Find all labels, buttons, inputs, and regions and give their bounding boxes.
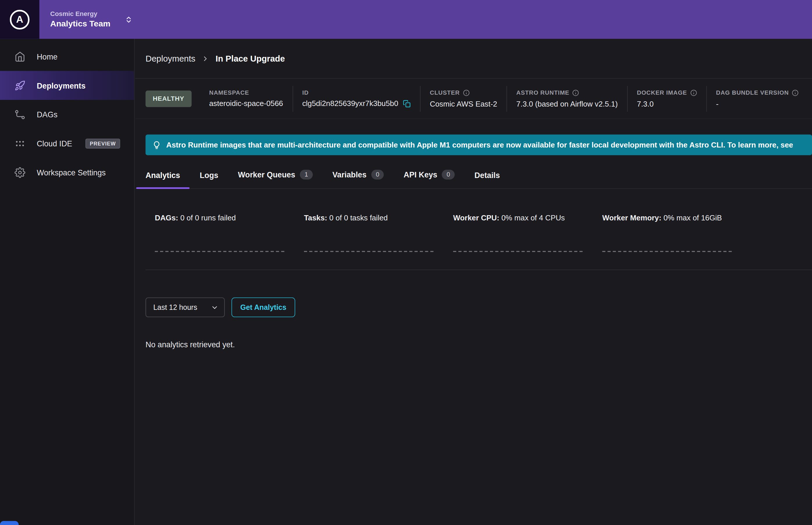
deployment-meta-bar: HEALTHY NAMESPACE asteroidic-space-0566 … xyxy=(135,79,812,119)
sidebar-item-label: Home xyxy=(37,52,58,61)
sidebar-item-label: Cloud IDE xyxy=(37,139,72,148)
sidebar: Home Deployments DAGs xyxy=(0,39,134,525)
announcement-banner: Astro Runtime images that are multi-arch… xyxy=(146,134,812,155)
sidebar-item-home[interactable]: Home xyxy=(0,42,134,71)
deployment-id-value: clg5di2n825639yxr7k3bu5b0 xyxy=(302,99,398,108)
lightbulb-icon xyxy=(152,140,161,149)
sidebar-item-label: Workspace Settings xyxy=(37,168,106,177)
banner-text: Astro Runtime images that are multi-arch… xyxy=(166,141,793,149)
time-range-select[interactable]: Last 12 hours xyxy=(146,298,225,317)
dag-graph-icon xyxy=(15,109,25,120)
metric-worker-cpu: Worker CPU: 0% max of 4 CPUs xyxy=(453,214,602,252)
breadcrumb-deployments-link[interactable]: Deployments xyxy=(146,54,195,63)
meta-id: ID clg5di2n825639yxr7k3bu5b0 xyxy=(292,86,420,111)
info-icon[interactable] xyxy=(792,89,799,96)
astronomer-logo-icon: A xyxy=(10,10,30,29)
metrics-row: DAGs: 0 of 0 runs failed Tasks: 0 of 0 t… xyxy=(155,214,812,252)
chevron-up-down-icon xyxy=(125,15,133,24)
meta-astro-runtime: ASTRO RUNTIME 7.3.0 (based on Airflow v2… xyxy=(507,86,627,111)
time-range-value: Last 12 hours xyxy=(153,303,197,312)
workspace-switcher[interactable]: Cosmic Energy Analytics Team xyxy=(50,11,133,28)
tab-variables[interactable]: Variables 0 xyxy=(332,169,384,188)
analytics-controls: Last 12 hours Get Analytics xyxy=(146,298,812,317)
tab-logs[interactable]: Logs xyxy=(200,171,218,189)
tab-analytics[interactable]: Analytics xyxy=(146,171,180,189)
health-status-badge: HEALTHY xyxy=(146,90,191,107)
topbar: A Cosmic Energy Analytics Team xyxy=(0,0,812,39)
help-widget-button[interactable] xyxy=(0,521,19,525)
empty-sparkline-placeholder xyxy=(453,251,582,252)
chevron-down-icon xyxy=(211,303,219,311)
tab-bar: Analytics Logs Worker Queues 1 Variables… xyxy=(135,155,812,189)
breadcrumb: Deployments In Place Upgrade xyxy=(135,39,812,79)
home-icon xyxy=(15,51,25,62)
info-icon[interactable] xyxy=(572,89,579,96)
sidebar-item-dags[interactable]: DAGs xyxy=(0,100,134,129)
organization-name: Cosmic Energy xyxy=(50,11,111,18)
meta-cluster: CLUSTER Cosmic AWS East-2 xyxy=(420,86,507,111)
rocket-icon xyxy=(15,80,25,91)
meta-dag-bundle-version: DAG BUNDLE VERSION - xyxy=(706,86,808,111)
gear-icon xyxy=(15,167,25,178)
metric-worker-memory: Worker Memory: 0% max of 16GiB xyxy=(602,214,751,252)
metric-dags: DAGs: 0 of 0 runs failed xyxy=(155,214,304,252)
meta-docker-image: DOCKER IMAGE 7.3.0 xyxy=(627,86,706,111)
preview-badge: PREVIEW xyxy=(86,138,120,148)
sidebar-item-label: DAGs xyxy=(37,110,58,119)
sidebar-item-cloud-ide[interactable]: Cloud IDE PREVIEW xyxy=(0,129,134,158)
empty-sparkline-placeholder xyxy=(304,251,433,252)
get-analytics-button[interactable]: Get Analytics xyxy=(232,298,295,317)
tab-count-badge: 0 xyxy=(371,169,384,179)
tab-worker-queues[interactable]: Worker Queues 1 xyxy=(238,169,313,188)
copy-icon[interactable] xyxy=(403,100,411,107)
empty-sparkline-placeholder xyxy=(155,251,284,252)
meta-namespace: NAMESPACE asteroidic-space-0566 xyxy=(200,86,292,111)
tab-api-keys[interactable]: API Keys 0 xyxy=(404,169,455,188)
info-icon[interactable] xyxy=(690,89,697,96)
tab-details[interactable]: Details xyxy=(474,171,500,189)
tab-count-badge: 1 xyxy=(300,169,313,179)
cloud-ide-icon xyxy=(15,138,25,149)
page-title: In Place Upgrade xyxy=(216,54,285,63)
empty-state-text: No analytics retrieved yet. xyxy=(146,340,812,349)
sidebar-item-label: Deployments xyxy=(37,81,86,90)
chevron-right-icon xyxy=(202,55,209,62)
brand-logo[interactable]: A xyxy=(0,0,39,39)
tab-count-badge: 0 xyxy=(442,169,455,179)
app-window: A Cosmic Energy Analytics Team Home xyxy=(0,0,812,525)
info-icon[interactable] xyxy=(463,89,470,96)
metric-tasks: Tasks: 0 of 0 tasks failed xyxy=(304,214,453,252)
main-content: Deployments In Place Upgrade HEALTHY NAM… xyxy=(135,39,812,525)
sidebar-item-deployments[interactable]: Deployments xyxy=(0,71,134,100)
empty-sparkline-placeholder xyxy=(602,251,731,252)
section-divider xyxy=(146,269,812,270)
sidebar-item-workspace-settings[interactable]: Workspace Settings xyxy=(0,158,134,187)
workspace-name: Analytics Team xyxy=(50,19,111,28)
